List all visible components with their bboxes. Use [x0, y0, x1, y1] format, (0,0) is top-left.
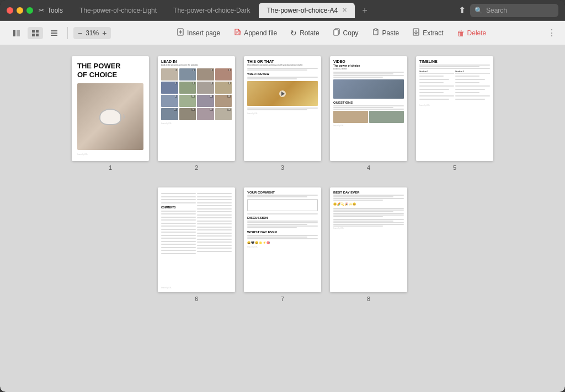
grid-cell: 13: [161, 108, 178, 120]
pages-grid: THE POWEROF CHOICE lesson by ESL 1: [17, 56, 548, 302]
tab-dark[interactable]: The-power-of-choice-Dark: [166, 3, 258, 18]
page2-footer: lesson by ESL: [161, 122, 232, 125]
add-tab-button[interactable]: +: [358, 4, 371, 17]
copy-label: Copy: [343, 29, 359, 37]
app-window: ✂ Tools The-power-of-choice-Light The-po…: [0, 0, 565, 392]
zoom-decrease-button[interactable]: −: [77, 29, 83, 37]
svg-rect-2: [32, 30, 35, 33]
page7-worst-day: WORST DAY EVER: [247, 230, 318, 234]
svg-text:PDF: PDF: [236, 31, 241, 34]
share-button[interactable]: ⬆: [459, 5, 466, 15]
zoom-increase-button[interactable]: +: [101, 29, 108, 37]
page5-timeline: Student 1 Student 2: [419, 71, 490, 74]
more-options-button[interactable]: ⋮: [547, 28, 556, 38]
extract-button[interactable]: Extract: [407, 26, 449, 40]
tabs-container: The-power-of-choice-Light The-power-of-c…: [72, 3, 459, 18]
extract-icon: [412, 28, 420, 37]
page1-image: [77, 83, 143, 150]
page3-subtext: Choose between two options and discuss i…: [247, 64, 318, 66]
page-thumb-3[interactable]: THIS OR THAT Choose between two options …: [244, 56, 321, 161]
grid-cell: 2: [179, 68, 196, 80]
svg-rect-16: [375, 29, 377, 30]
grid-cell: 3: [197, 68, 214, 80]
grid-icon: [31, 29, 39, 37]
delete-icon: 🗑: [457, 29, 465, 37]
tab-close-icon[interactable]: ✕: [342, 7, 347, 14]
search-icon: 🔍: [475, 7, 483, 14]
toolbar-actions: Insert page PDF Append file ↻ Rotate Cop…: [119, 26, 544, 40]
maximize-button[interactable]: [26, 7, 33, 14]
title-bar-right: ⬆ 🔍: [459, 4, 558, 17]
page4-subtext: The power of choice: [333, 64, 404, 67]
pages-row-2: COMMENTS: [17, 187, 548, 302]
page-thumb-8[interactable]: BEST DAY EVER 😊🌈💫🎉✨😄: [330, 187, 407, 292]
grid-view-button[interactable]: [28, 27, 43, 39]
search-bar: 🔍: [470, 4, 558, 17]
svg-rect-1: [17, 30, 20, 36]
list-view-button[interactable]: [46, 27, 62, 39]
tab-light-label: The-power-of-choice-Light: [79, 7, 157, 14]
rotate-button[interactable]: ↻ Rotate: [285, 26, 324, 40]
tab-a4[interactable]: The-power-of-choice-A4 ✕: [259, 3, 355, 18]
page-thumb-5[interactable]: TIMELINE Student 1 Student 2: [416, 56, 493, 161]
page1-footer: lesson by ESL: [77, 153, 143, 155]
minimize-button[interactable]: [17, 7, 23, 14]
delete-label: Delete: [467, 29, 487, 37]
grid-cell: 10: [179, 95, 196, 107]
copy-button[interactable]: Copy: [327, 26, 364, 40]
page-thumb-7[interactable]: YOUR COMMENT DISCUSSION: [244, 187, 321, 292]
tab-light[interactable]: The-power-of-choice-Light: [72, 3, 164, 18]
grid-cell: 11: [197, 95, 214, 107]
rotate-icon: ↻: [290, 29, 297, 37]
page-num-6: 6: [195, 296, 198, 302]
delete-button[interactable]: 🗑 Delete: [451, 26, 492, 40]
toolbar-right: ⋮: [547, 28, 556, 38]
grid-cell: 15: [197, 108, 214, 120]
svg-rect-8: [51, 35, 57, 36]
extract-label: Extract: [423, 29, 443, 37]
tools-menu[interactable]: ✂ Tools: [39, 7, 63, 14]
main-content[interactable]: THE POWEROF CHOICE lesson by ESL 1: [0, 45, 565, 392]
page-num-2: 2: [195, 164, 198, 171]
page-item-8: BEST DAY EVER 😊🌈💫🎉✨😄: [330, 187, 407, 302]
grid-cell: 6: [179, 82, 196, 94]
page-item-3: THIS OR THAT Choose between two options …: [244, 56, 321, 171]
page-num-4: 4: [367, 164, 370, 171]
grid-cell: 7: [197, 82, 214, 94]
svg-rect-7: [51, 33, 57, 34]
page-num-8: 8: [367, 296, 370, 302]
page7-heading: YOUR COMMENT: [247, 191, 318, 194]
grid-cell: 8: [215, 82, 232, 94]
grid-cell: 1: [161, 68, 178, 80]
page5-rows: [419, 76, 490, 101]
page-item-2: LEAD-IN Look at the pictures and name th…: [158, 56, 235, 171]
svg-rect-6: [51, 30, 57, 31]
page6-comments-heading: COMMENTS: [161, 206, 196, 209]
grid-cell: 16: [215, 108, 232, 120]
toolbar-divider-1: [67, 27, 68, 39]
close-button[interactable]: [7, 7, 13, 14]
page-thumb-6[interactable]: COMMENTS: [158, 187, 235, 292]
paste-button[interactable]: Paste: [366, 26, 405, 40]
page8-footer: lesson by ESL: [333, 227, 404, 229]
grid-cell: 4: [215, 68, 232, 80]
page3-video-preview: [247, 81, 318, 106]
svg-rect-3: [36, 30, 39, 33]
page2-heading: LEAD-IN: [161, 60, 232, 63]
page-thumb-1[interactable]: THE POWEROF CHOICE lesson by ESL: [72, 56, 149, 161]
page7-comment-box: [247, 199, 318, 211]
page-thumb-4[interactable]: VIDEO The power of choice Duration: 2:30…: [330, 56, 407, 161]
page-item-5: TIMELINE Student 1 Student 2: [416, 56, 493, 171]
page6-left: COMMENTS: [161, 191, 196, 284]
search-input[interactable]: [486, 7, 554, 14]
page-item-6: COMMENTS: [158, 187, 235, 302]
grid-cell: 9: [161, 95, 178, 107]
page-thumb-2[interactable]: LEAD-IN Look at the pictures and name th…: [158, 56, 235, 161]
paste-icon: [372, 28, 380, 37]
append-file-button[interactable]: PDF Append file: [228, 26, 282, 40]
pages-row-1: THE POWEROF CHOICE lesson by ESL 1: [17, 56, 548, 171]
page5-heading: TIMELINE: [419, 60, 490, 63]
sidebar-view-button[interactable]: [9, 27, 24, 39]
page6-right: [197, 191, 232, 284]
insert-page-button[interactable]: Insert page: [171, 26, 226, 40]
